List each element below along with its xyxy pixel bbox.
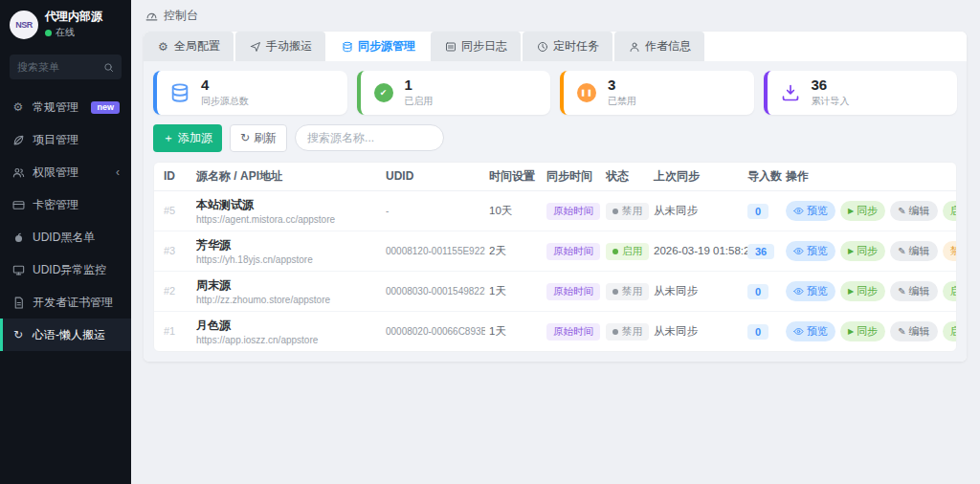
stat-cards: 4 同步源总数 ✔ 1 已启用 ❚❚ 3 已禁用 <box>153 71 957 115</box>
play-icon: ▶ <box>848 207 854 215</box>
table-header: ID 源名称 / API地址 UDID 时间设置 同步时间 状态 上次同步 导入… <box>154 163 956 191</box>
chevron-left-icon: ‹ <box>116 165 120 179</box>
clock-icon <box>536 40 548 53</box>
play-icon: ▶ <box>848 327 854 336</box>
row-actions: 预览 ▶同步 ✎编辑 禁用 <box>786 241 947 261</box>
stat-total-sources: 4 同步源总数 <box>153 71 347 115</box>
row-id: #2 <box>164 285 192 297</box>
tab-sync-logs[interactable]: 同步日志 <box>431 32 521 61</box>
breadcrumb-label: 控制台 <box>164 8 198 24</box>
tab-global-config[interactable]: ⚙ 全局配置 <box>144 32 234 61</box>
last-sync: 从未同步 <box>654 324 744 339</box>
sync-time-badge: 原始时间 <box>546 323 600 341</box>
send-icon <box>249 40 261 53</box>
edit-button[interactable]: ✎编辑 <box>890 201 937 221</box>
sidebar-item-permissions[interactable]: 权限管理 ‹ <box>0 156 131 188</box>
status-badge: 禁用 <box>606 203 649 220</box>
sidebar-item-projects[interactable]: 项目管理 <box>0 123 131 156</box>
sidebar-item-dev-certs[interactable]: 开发者证书管理 <box>0 286 131 319</box>
source-udid: 00008020-00066C893B09002E <box>386 326 485 337</box>
sidebar-item-udid-blacklist[interactable]: UDID黑名单 <box>0 221 131 253</box>
tab-bar: ⚙ 全局配置 手动搬运 同步源管理 同步日志 定时任务 作者信息 <box>144 32 967 61</box>
preview-button[interactable]: 预览 <box>786 201 835 221</box>
preview-button[interactable]: 预览 <box>786 241 835 261</box>
sidebar-search-input[interactable] <box>17 61 98 73</box>
new-badge: new <box>91 101 120 114</box>
toggle-button[interactable]: 启用 <box>943 201 957 221</box>
edit-button[interactable]: ✎编辑 <box>890 281 937 301</box>
eye-icon <box>793 326 804 337</box>
stat-label: 已禁用 <box>608 95 636 108</box>
status-dot-icon <box>612 329 618 335</box>
source-url: https://yh.18yjs.cn/appstore <box>196 254 382 265</box>
search-icon <box>103 62 114 73</box>
source-url: https://app.ioszz.cn/appstore <box>196 335 382 345</box>
sync-button[interactable]: ▶同步 <box>840 201 885 221</box>
sidebar-item-general[interactable]: ⚙ 常规管理 new <box>0 91 131 123</box>
source-url: http://zz.zhoumo.store/appstore <box>196 295 382 305</box>
sidebar: NSR 代理内部源 在线 ⚙ 常规管理 new 项目管理 权限管理 ‹ <box>0 0 131 484</box>
sidebar-menu: ⚙ 常规管理 new 项目管理 权限管理 ‹ 卡密管理 UDID黑名单 UDID… <box>0 91 131 351</box>
toggle-button[interactable]: 禁用 <box>943 241 957 261</box>
pause-circle-icon: ❚❚ <box>575 81 598 104</box>
edit-button[interactable]: ✎编辑 <box>890 321 937 341</box>
sources-table: ID 源名称 / API地址 UDID 时间设置 同步时间 状态 上次同步 导入… <box>153 162 957 352</box>
stat-label: 累计导入 <box>812 95 850 108</box>
stat-value: 4 <box>201 77 249 94</box>
import-count-badge: 0 <box>747 284 768 299</box>
status-badge: 启用 <box>606 243 649 260</box>
pencil-icon: ✎ <box>898 326 905 337</box>
breadcrumb: 控制台 <box>145 8 967 24</box>
online-status: 在线 <box>45 26 102 39</box>
row-id: #1 <box>164 325 192 337</box>
toggle-button[interactable]: 启用 <box>943 281 957 301</box>
interval-setting: 1天 <box>489 284 543 298</box>
eye-icon <box>793 286 804 297</box>
sidebar-item-cards[interactable]: 卡密管理 <box>0 188 131 221</box>
pencil-icon: ✎ <box>898 206 905 216</box>
sync-time-badge: 原始时间 <box>546 203 600 220</box>
add-source-button[interactable]: ＋ 添加源 <box>153 124 222 152</box>
preview-button[interactable]: 预览 <box>786 281 835 301</box>
source-udid: 00008030-000154982230C02E <box>386 286 485 297</box>
interval-setting: 1天 <box>489 324 543 339</box>
import-count-badge: 0 <box>747 324 768 340</box>
tab-manual-move[interactable]: 手动搬运 <box>235 32 325 61</box>
table-row: #1 月色源 https://app.ioszz.cn/appstore 000… <box>154 312 956 351</box>
sidebar-item-udid-monitor[interactable]: UDID异常监控 <box>0 253 131 286</box>
stat-value: 1 <box>405 77 434 94</box>
play-icon: ▶ <box>848 287 854 296</box>
refresh-button[interactable]: ↻ 刷新 <box>230 124 287 152</box>
sync-button[interactable]: ▶同步 <box>840 321 885 341</box>
tab-scheduled-tasks[interactable]: 定时任务 <box>523 32 612 61</box>
tab-author-info[interactable]: 作者信息 <box>614 32 704 61</box>
leaf-icon <box>11 133 25 146</box>
toggle-button[interactable]: 启用 <box>943 321 957 341</box>
sync-button[interactable]: ▶同步 <box>840 241 885 261</box>
sidebar-item-lazy-mover[interactable]: ↻ 心语-懒人搬运 <box>0 319 131 351</box>
table-row: #5 本站测试源 https://agent.mistora.cc/appsto… <box>154 191 956 231</box>
panel-card: ⚙ 全局配置 手动搬运 同步源管理 同步日志 定时任务 作者信息 <box>144 32 967 362</box>
source-url: https://agent.mistora.cc/appstore <box>196 214 382 225</box>
play-icon: ▶ <box>848 247 854 255</box>
source-search-input[interactable] <box>295 124 444 151</box>
users-icon <box>11 165 25 179</box>
last-sync: 2026-03-19 01:58:21 <box>654 245 744 256</box>
sync-icon: ↻ <box>11 328 25 341</box>
database-icon <box>341 40 353 53</box>
sync-button[interactable]: ▶同步 <box>840 281 885 301</box>
check-circle-icon: ✔ <box>372 81 395 104</box>
gear-icon: ⚙ <box>157 40 169 53</box>
status-dot-icon <box>612 209 618 214</box>
preview-button[interactable]: 预览 <box>786 321 835 341</box>
table-row: #3 芳华源 https://yh.18yjs.cn/appstore 0000… <box>154 231 956 272</box>
eye-icon <box>793 246 804 256</box>
stat-disabled: ❚❚ 3 已禁用 <box>560 71 754 115</box>
row-actions: 预览 ▶同步 ✎编辑 启用 <box>786 201 947 221</box>
stat-label: 已启用 <box>405 95 434 108</box>
brand: NSR 代理内部源 在线 <box>0 0 131 47</box>
credit-card-icon <box>11 198 25 211</box>
sidebar-search[interactable] <box>10 55 122 79</box>
edit-button[interactable]: ✎编辑 <box>890 241 937 261</box>
tab-sync-sources[interactable]: 同步源管理 <box>327 32 429 61</box>
